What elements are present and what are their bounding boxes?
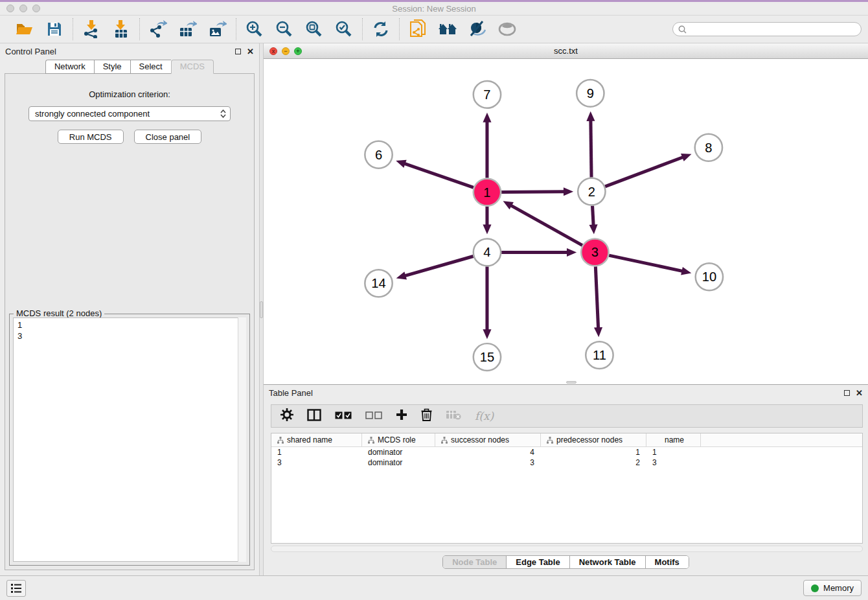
run-mcds-button[interactable]: Run MCDS: [58, 130, 124, 144]
close-table-panel-icon[interactable]: ✕: [856, 389, 863, 397]
float-table-panel-icon[interactable]: [844, 390, 850, 396]
close-panel-icon[interactable]: ✕: [247, 47, 254, 56]
table-row[interactable]: 1dominator411: [271, 447, 862, 457]
tab-select[interactable]: Select: [130, 60, 171, 74]
tab-mcds[interactable]: MCDS: [171, 60, 214, 74]
network-title: scc.txt: [264, 46, 868, 56]
tab-style[interactable]: Style: [94, 60, 130, 74]
task-history-button[interactable]: [6, 580, 26, 597]
refresh-icon[interactable]: [371, 19, 391, 39]
save-session-icon[interactable]: [45, 19, 64, 39]
table-header-row: shared nameMCDS rolesuccessor nodesprede…: [271, 433, 862, 447]
graph-edge-2-3[interactable]: [593, 206, 594, 226]
cell[interactable]: 1: [646, 447, 701, 457]
cell[interactable]: 3: [271, 457, 362, 468]
table-row[interactable]: 3dominator323: [271, 457, 862, 468]
cell[interactable]: 2: [541, 457, 646, 468]
optimization-criterion-label: Optimization criterion:: [5, 89, 254, 99]
splitter-grip[interactable]: [260, 301, 263, 318]
graph-edge-1-6[interactable]: [404, 163, 474, 187]
graph-edge-arrow: [567, 248, 577, 257]
control-panel-tabs: NetworkStyleSelectMCDS: [0, 60, 259, 74]
add-column-icon[interactable]: [396, 409, 407, 423]
column-header-name[interactable]: name: [646, 433, 701, 446]
mcds-result-scrollbar[interactable]: [238, 317, 246, 562]
tab-network[interactable]: Network: [45, 60, 94, 74]
export-table-icon[interactable]: [178, 19, 198, 39]
hide-selected-icon[interactable]: [468, 19, 487, 39]
cell[interactable]: 3: [435, 457, 541, 468]
zoom-in-icon[interactable]: [245, 19, 264, 39]
tab-node-table[interactable]: Node Table: [443, 556, 507, 568]
search-icon: [678, 25, 687, 34]
graph-node-label: 3: [591, 245, 599, 259]
panel-splitter[interactable]: [259, 43, 264, 575]
table-toolbar: f(x): [271, 404, 863, 428]
canvas-resize-grip[interactable]: [566, 381, 577, 384]
memory-label: Memory: [823, 583, 854, 593]
column-header-successor-nodes[interactable]: successor nodes: [435, 433, 541, 446]
graph-edge-arrow: [483, 329, 491, 339]
node-table[interactable]: shared nameMCDS rolesuccessor nodesprede…: [271, 433, 863, 544]
graph-node-label: 1: [483, 185, 490, 200]
import-network-icon[interactable]: [82, 19, 101, 39]
column-header-shared-name[interactable]: shared name: [271, 433, 362, 446]
window-title: Session: New Session: [0, 4, 868, 14]
mcds-result-text[interactable]: 1 3: [13, 317, 246, 562]
tab-edge-table[interactable]: Edge Table: [507, 556, 569, 568]
graph-node-label: 2: [588, 185, 595, 199]
unselect-all-columns-icon[interactable]: [365, 410, 382, 422]
float-panel-icon[interactable]: [235, 49, 241, 54]
graph-node-label: 6: [375, 148, 382, 162]
column-header-MCDS-role[interactable]: MCDS role: [362, 433, 435, 446]
graph-edge-3-1[interactable]: [510, 205, 582, 246]
memory-button[interactable]: Memory: [803, 580, 862, 596]
graph-node-label: 8: [705, 141, 712, 155]
zoom-selected-icon[interactable]: [334, 19, 354, 39]
zoom-out-icon[interactable]: [275, 19, 294, 39]
optimization-criterion-select[interactable]: strongly connected component: [29, 106, 231, 121]
export-network-icon[interactable]: [148, 19, 168, 39]
zoom-fit-icon[interactable]: [304, 19, 324, 39]
select-all-columns-icon[interactable]: [335, 410, 352, 422]
network-graph[interactable]: 7968124314101511: [264, 59, 868, 384]
cell[interactable]: dominator: [362, 457, 435, 468]
export-image-icon[interactable]: [208, 19, 227, 39]
search-input[interactable]: [690, 25, 856, 34]
table-scrollbar[interactable]: [271, 546, 863, 552]
network-canvas[interactable]: 7968124314101511: [264, 59, 868, 384]
graph-edge-3-10[interactable]: [609, 255, 683, 271]
graph-node-label: 7: [483, 87, 490, 102]
graph-edge-4-14[interactable]: [404, 257, 473, 276]
cell[interactable]: dominator: [362, 447, 435, 457]
global-search[interactable]: [672, 22, 862, 36]
graph-node-label: 15: [480, 350, 494, 364]
delete-column-icon[interactable]: [421, 408, 432, 424]
graph-node-label: 10: [702, 270, 716, 284]
table-panel-tabs: Node TableEdge TableNetwork TableMotifs: [442, 555, 689, 569]
show-selected-icon[interactable]: [497, 19, 517, 39]
graph-edge-arrow: [681, 267, 691, 275]
open-file-icon[interactable]: [15, 19, 34, 39]
home-layout-icon[interactable]: [438, 19, 457, 39]
mcds-result-title: MCDS result (2 nodes): [14, 308, 104, 318]
status-bar: Memory: [0, 575, 868, 600]
close-panel-button[interactable]: Close panel: [134, 130, 202, 144]
import-table-icon[interactable]: [111, 19, 131, 39]
graph-edge-arrow: [396, 271, 407, 279]
show-columns-icon[interactable]: [307, 409, 321, 424]
cell[interactable]: 3: [646, 457, 701, 468]
graph-edge-3-11[interactable]: [595, 266, 598, 329]
clone-network-icon[interactable]: [408, 19, 428, 39]
network-window-titlebar[interactable]: x − + scc.txt: [264, 43, 868, 59]
column-header-predecessor-nodes[interactable]: predecessor nodes: [541, 433, 646, 446]
graph-edge-2-9[interactable]: [591, 120, 591, 178]
tab-network-table[interactable]: Network Table: [570, 556, 646, 568]
cell[interactable]: 1: [271, 447, 362, 457]
settings-gear-icon[interactable]: [280, 408, 293, 424]
cell[interactable]: 4: [435, 447, 541, 457]
tab-motifs[interactable]: Motifs: [646, 556, 689, 568]
graph-edge-1-2[interactable]: [501, 192, 565, 192]
graph-edge-2-8[interactable]: [605, 157, 683, 187]
cell[interactable]: 1: [541, 447, 646, 457]
